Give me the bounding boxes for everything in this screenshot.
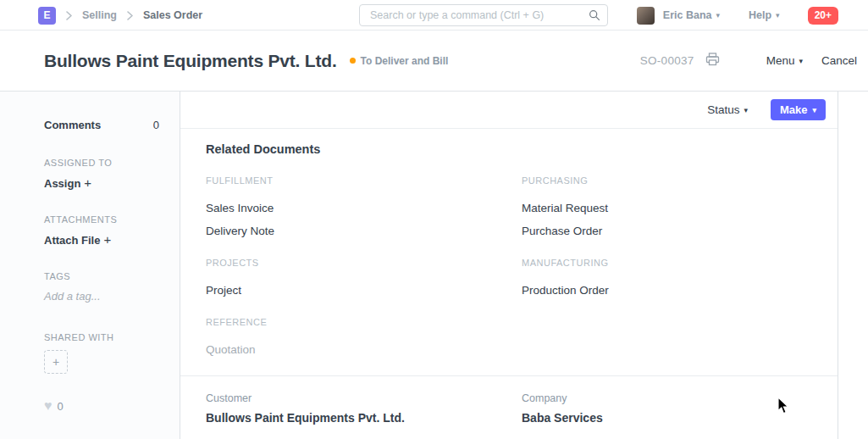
link-production-order[interactable]: Production Order <box>522 284 609 297</box>
search-input[interactable] <box>359 4 608 26</box>
user-avatar[interactable] <box>637 7 655 25</box>
link-purchase-order[interactable]: Purchase Order <box>522 225 602 238</box>
tags-label: TAGS <box>44 271 70 281</box>
customer-field-value[interactable]: Bullows Paint Equipments Pvt. Ltd. <box>206 411 405 425</box>
likes-count: 0 <box>58 400 64 413</box>
make-button[interactable]: Make ▾ <box>771 99 826 120</box>
form-main: Status ▾ Make ▾ Related Documents FULFIL… <box>180 92 838 439</box>
global-search <box>359 4 608 26</box>
app-logo-letter: E <box>43 9 50 21</box>
page-head: Bullows Paint Equipments Pvt. Ltd. To De… <box>0 31 868 92</box>
section-divider <box>180 375 838 376</box>
attach-file-button[interactable]: Attach File+ <box>44 232 111 247</box>
user-menu[interactable]: Eric Bana <box>663 9 712 21</box>
attachments-label: ATTACHMENTS <box>44 214 117 225</box>
status-dropdown[interactable]: Status ▾ <box>707 103 748 116</box>
projects-label: PROJECTS <box>206 258 259 268</box>
caret-down-icon: ▾ <box>799 57 803 65</box>
company-field-label: Company <box>522 392 567 404</box>
caret-down-icon[interactable]: ▾ <box>776 11 780 19</box>
mouse-cursor <box>777 397 789 418</box>
status-indicator-label: To Deliver and Bill <box>361 55 449 67</box>
form-toolbar: Status ▾ Make ▾ <box>180 92 838 129</box>
assign-button-label: Assign <box>44 177 80 190</box>
printer-icon <box>705 53 720 69</box>
comments-link[interactable]: Comments <box>44 119 101 131</box>
plus-icon: + <box>103 232 111 247</box>
assign-button[interactable]: Assign+ <box>44 175 91 190</box>
link-quotation[interactable]: Quotation <box>206 343 256 357</box>
navbar: E Selling Sales Order Eric Bana ▾ Help ▾… <box>0 0 868 31</box>
related-documents-heading: Related Documents <box>206 142 320 156</box>
page-title: Bullows Paint Equipments Pvt. Ltd. <box>44 51 337 71</box>
breadcrumb-selling[interactable]: Selling <box>82 9 117 21</box>
print-button[interactable] <box>705 53 720 69</box>
plus-icon: + <box>84 175 91 190</box>
form-area: Related Documents FULFILLMENT PURCHASING… <box>180 129 838 439</box>
customer-field-label: Customer <box>206 392 252 404</box>
chevron-right-icon <box>127 11 133 20</box>
link-project[interactable]: Project <box>206 284 241 297</box>
app-window: E Selling Sales Order Eric Bana ▾ Help ▾… <box>0 0 868 439</box>
heart-icon[interactable]: ♥ <box>44 399 53 413</box>
assigned-to-label: ASSIGNED TO <box>44 158 112 168</box>
purchasing-label: PURCHASING <box>522 175 588 186</box>
fulfillment-label: FULFILLMENT <box>206 175 273 186</box>
breadcrumb-sales-order[interactable]: Sales Order <box>143 9 202 21</box>
add-share-button[interactable]: + <box>44 350 68 374</box>
reference-label: REFERENCE <box>206 317 267 327</box>
plus-icon: + <box>53 355 59 369</box>
comments-count: 0 <box>153 119 159 131</box>
app-logo[interactable]: E <box>38 7 56 25</box>
chevron-right-icon <box>66 11 72 20</box>
company-field-value[interactable]: Baba Services <box>522 411 603 425</box>
navbar-right: Eric Bana ▾ Help ▾ 20+ <box>637 0 838 31</box>
document-id: SO-00037 <box>640 54 694 67</box>
breadcrumb: E Selling Sales Order <box>38 0 202 31</box>
add-tag-input[interactable]: Add a tag... <box>44 290 101 303</box>
caret-down-icon[interactable]: ▾ <box>716 11 720 19</box>
like-row: ♥ 0 <box>44 399 64 413</box>
caret-down-icon: ▾ <box>812 106 816 114</box>
link-sales-invoice[interactable]: Sales Invoice <box>206 202 274 215</box>
link-delivery-note[interactable]: Delivery Note <box>206 225 274 238</box>
menu-button[interactable]: Menu ▾ <box>766 54 803 67</box>
help-menu[interactable]: Help <box>749 9 771 21</box>
link-material-request[interactable]: Material Request <box>522 202 608 215</box>
notifications-badge[interactable]: 20+ <box>808 7 838 25</box>
manufacturing-label: MANUFACTURING <box>522 258 608 268</box>
attach-file-button-label: Attach File <box>44 234 100 247</box>
form-sidebar: Comments 0 ASSIGNED TO Assign+ ATTACHMEN… <box>0 92 180 439</box>
cancel-button[interactable]: Cancel <box>821 54 857 67</box>
caret-down-icon: ▾ <box>744 106 748 114</box>
menu-button-label: Menu <box>766 54 795 67</box>
search-icon <box>589 9 600 25</box>
shared-with-label: SHARED WITH <box>44 332 114 342</box>
comments-row: Comments 0 <box>44 119 159 131</box>
page-body: Comments 0 ASSIGNED TO Assign+ ATTACHMEN… <box>0 92 868 439</box>
status-indicator: To Deliver and Bill <box>350 55 449 67</box>
status-dropdown-label: Status <box>707 103 739 116</box>
make-button-label: Make <box>780 103 808 116</box>
status-dot-icon <box>350 58 356 64</box>
